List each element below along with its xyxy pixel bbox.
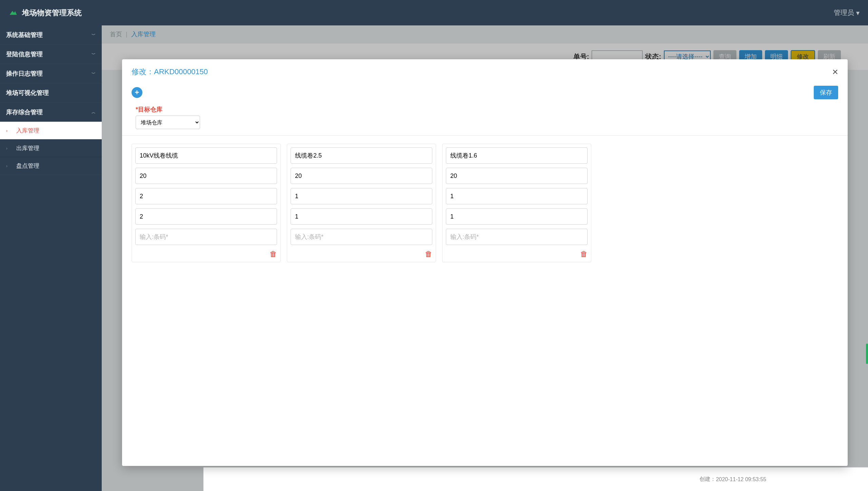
user-menu[interactable]: 管理员 ▾ <box>834 8 860 17</box>
item-field3-input[interactable] <box>291 188 432 204</box>
menu-inventory[interactable]: 库存综合管理 ︿ <box>0 103 102 122</box>
bg-table-row: 创建： 2020-11-12 09:53:55 <box>203 467 868 491</box>
item-name-input[interactable] <box>135 147 277 164</box>
chevron-up-icon: ︿ <box>92 109 96 115</box>
menu-yard-visual[interactable]: 堆场可视化管理 <box>0 83 102 102</box>
item-barcode-input[interactable] <box>135 229 277 245</box>
item-field4-input[interactable] <box>446 208 588 225</box>
plus-icon: + <box>135 88 139 97</box>
item-card: 🗑 <box>132 144 281 262</box>
item-qty-input[interactable] <box>291 168 432 184</box>
chevron-down-icon: ﹀ <box>92 52 96 57</box>
chevron-down-icon: ﹀ <box>92 32 96 38</box>
trash-icon[interactable]: 🗑 <box>425 250 432 259</box>
menu-op-log[interactable]: 操作日志管理 ﹀ <box>0 64 102 83</box>
item-cards: 🗑 🗑 <box>122 136 848 270</box>
save-button[interactable]: 保存 <box>814 86 838 99</box>
sidebar: 系统基础管理 ﹀ 登陆信息管理 ﹀ 操作日志管理 ﹀ 堆场可视化管理 <box>0 25 102 491</box>
logo-icon <box>8 8 18 18</box>
submenu-stocktake[interactable]: › 盘点管理 <box>0 157 102 175</box>
app-title: 堆场物资管理系统 <box>22 8 82 18</box>
item-field3-input[interactable] <box>446 188 588 204</box>
scrollbar-thumb[interactable] <box>866 344 868 364</box>
item-qty-input[interactable] <box>446 168 588 184</box>
modal-title: 修改：ARKD00000150 <box>132 67 208 77</box>
menu-login-info[interactable]: 登陆信息管理 ﹀ <box>0 45 102 64</box>
item-qty-input[interactable] <box>135 168 277 184</box>
chevron-right-icon: › <box>6 146 16 151</box>
item-barcode-input[interactable] <box>291 229 432 245</box>
app-header: 堆场物资管理系统 管理员 ▾ <box>0 0 868 25</box>
add-item-button[interactable]: + <box>132 87 142 98</box>
item-field4-input[interactable] <box>291 208 432 225</box>
close-icon[interactable]: × <box>832 67 838 77</box>
trash-icon[interactable]: 🗑 <box>270 250 277 259</box>
chevron-right-icon: › <box>6 128 16 133</box>
content-area: 首页 | 入库管理 单号: 状态: ----请选择---- 查询 增加 明细 修… <box>102 25 868 491</box>
chevron-right-icon: › <box>6 164 16 168</box>
item-card: 🗑 <box>287 144 436 262</box>
caret-down-icon: ▾ <box>856 9 860 17</box>
target-warehouse-label: *目标仓库 <box>136 105 834 114</box>
trash-icon[interactable]: 🗑 <box>580 250 588 259</box>
submenu-inbound[interactable]: › 入库管理 <box>0 122 102 139</box>
menu-system-base[interactable]: 系统基础管理 ﹀ <box>0 25 102 44</box>
item-card: 🗑 <box>442 144 591 262</box>
item-field3-input[interactable] <box>135 188 277 204</box>
chevron-down-icon: ﹀ <box>92 71 96 77</box>
item-barcode-input[interactable] <box>446 229 588 245</box>
item-name-input[interactable] <box>446 147 588 164</box>
target-warehouse-select[interactable]: 堆场仓库 <box>136 116 200 129</box>
item-name-input[interactable] <box>291 147 432 164</box>
submenu-outbound[interactable]: › 出库管理 <box>0 139 102 157</box>
edit-modal: 修改：ARKD00000150 × + 保存 *目标仓库 堆场仓库 <box>122 59 848 466</box>
item-field4-input[interactable] <box>135 208 277 225</box>
user-label: 管理员 <box>834 8 854 17</box>
